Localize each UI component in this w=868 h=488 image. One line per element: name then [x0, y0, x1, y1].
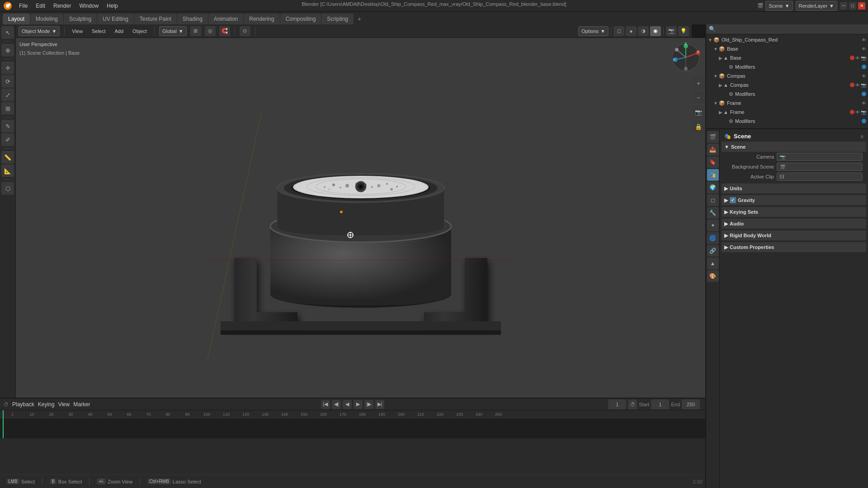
header-select[interactable]: Select [89, 28, 108, 35]
prop-scene-icon[interactable]: 🎭 [707, 169, 719, 181]
eye-icon[interactable]: 👁 [862, 74, 866, 79]
outliner-item-base-mod[interactable]: ▶ ⚙ Modifiers [706, 62, 868, 71]
outliner-item-compas-mod[interactable]: ▶ ⚙ Modifiers [706, 89, 868, 99]
play-btn[interactable]: ▶ [354, 400, 363, 409]
play-reverse-btn[interactable]: ◀ [343, 400, 352, 409]
tab-layout[interactable]: Layout [3, 14, 30, 24]
zoom-in-btn[interactable]: + [692, 77, 705, 89]
step-back-btn[interactable]: ◀| [332, 400, 341, 409]
tab-modeling[interactable]: Modeling [30, 14, 63, 24]
lock-btn[interactable]: 🔒 [692, 120, 705, 133]
prop-physics-icon[interactable]: 🌀 [707, 232, 719, 244]
maximize-button[interactable]: □ [849, 2, 856, 9]
active-clip-value[interactable]: 🎞 [777, 173, 863, 181]
camera-view-btn[interactable]: 📷 [666, 26, 677, 36]
prop-view-layer-icon[interactable]: 🔖 [707, 156, 719, 168]
header-view[interactable]: View [69, 28, 85, 35]
toolbar-scale[interactable]: ⤢ [1, 89, 14, 101]
view-menu[interactable]: View [58, 401, 70, 408]
prop-object-icon[interactable]: ◻ [707, 194, 719, 206]
matcap-btn[interactable]: ◑ [638, 26, 649, 36]
menu-window[interactable]: Window [75, 2, 102, 10]
camera-icon-btn[interactable]: 📷 [692, 106, 705, 118]
pivot-btn[interactable]: ◎ [205, 26, 216, 36]
renderlayer-selector[interactable]: RenderLayer ▼ [796, 1, 837, 11]
tab-animation[interactable]: Animation [208, 14, 243, 24]
tab-rendering[interactable]: Rendering [244, 14, 279, 24]
toolbar-measure[interactable]: 📏 [1, 151, 14, 164]
tab-scripting[interactable]: Scripting [321, 14, 354, 24]
snap-btn[interactable]: 🧲 [219, 26, 230, 36]
status-box-select[interactable]: B Box Select [46, 478, 85, 485]
prop-output-icon[interactable]: 📤 [707, 144, 719, 155]
menu-help[interactable]: Help [103, 2, 122, 10]
custom-props-header[interactable]: ▶ Custom Properties [722, 242, 866, 252]
timeline-main[interactable]: 1 10 20 30 40 50 60 70 80 90 100 110 120… [0, 410, 705, 438]
audio-header[interactable]: ▶ Audio [722, 219, 866, 229]
prop-world-icon[interactable]: 🌍 [707, 182, 719, 193]
menu-render[interactable]: Render [50, 2, 75, 10]
tab-texturepaint[interactable]: Texture Paint [134, 14, 177, 24]
add-workspace-button[interactable]: + [354, 14, 365, 24]
playback-menu[interactable]: Playback [12, 401, 34, 408]
toolbar-add[interactable]: ⬡ [1, 182, 14, 195]
bg-scene-value[interactable]: 🎬 [777, 163, 863, 171]
outliner-item-base-mesh[interactable]: ▶ ▲ Base 👁 📷 [706, 53, 868, 62]
prop-modifiers-icon[interactable]: 🔧 [707, 207, 719, 219]
tab-uvediting[interactable]: UV Editing [97, 14, 134, 24]
toolbar-select[interactable]: ↖ [1, 26, 14, 39]
eye-icon[interactable]: 👁 [855, 83, 860, 88]
prop-material-icon[interactable]: 🎨 [707, 270, 719, 282]
eye-icon[interactable]: 👁 [862, 38, 866, 42]
scene-section-header[interactable]: ▼ Scene [722, 142, 866, 152]
tab-sculpting[interactable]: Sculpting [64, 14, 97, 24]
jump-end-btn[interactable]: ▶| [375, 400, 384, 409]
lights-btn[interactable]: 💡 [678, 26, 689, 36]
eye-icon[interactable]: 👁 [862, 47, 866, 52]
units-header[interactable]: ▶ Units [722, 183, 866, 193]
outliner-item-compas-mesh[interactable]: ▶ ▲ Compas 👁 📷 [706, 80, 868, 89]
outliner-item-frame-mod[interactable]: ▶ ⚙ Modifiers [706, 117, 868, 126]
header-object[interactable]: Object [130, 28, 150, 35]
rbw-header[interactable]: ▶ Rigid Body World [722, 230, 866, 240]
prop-render-icon[interactable]: 🎬 [707, 131, 719, 143]
toolbar-annotate2[interactable]: ✐ [1, 133, 14, 146]
prop-particles-icon[interactable]: ✦ [707, 220, 719, 231]
start-frame-input[interactable]: 1 [651, 399, 669, 409]
transform-selector[interactable]: Global ▼ [159, 26, 187, 36]
outliner-item-frame-mesh[interactable]: ▶ ▲ Frame 👁 📷 [706, 108, 868, 117]
status-zoom[interactable]: +/- Zoom View [93, 478, 136, 485]
prop-constraints-icon[interactable]: 🔗 [707, 245, 719, 257]
jump-start-btn[interactable]: |◀ [321, 400, 330, 409]
viewport-3d[interactable]: 260 250 240 230 220 210 200 190 [16, 38, 705, 398]
toolbar-cursor[interactable]: ⊕ [1, 44, 14, 56]
minimize-button[interactable]: ─ [840, 2, 847, 9]
solid-btn[interactable]: ● [626, 26, 637, 36]
mode-selector[interactable]: Object Mode ▼ [19, 26, 60, 36]
menu-edit[interactable]: Edit [32, 2, 49, 10]
eye-icon[interactable]: 👁 [855, 110, 860, 115]
gravity-header[interactable]: ▶ Gravity [722, 195, 866, 205]
status-select[interactable]: LMB Select [3, 478, 38, 485]
toolbar-measure2[interactable]: 📐 [1, 164, 14, 177]
scene-selector[interactable]: Scene ▼ [765, 1, 793, 11]
tab-compositing[interactable]: Compositing [280, 14, 321, 24]
wireframe-btn[interactable]: ◻ [613, 26, 624, 36]
toolbar-annotate[interactable]: ✎ [1, 120, 14, 132]
eye-icon[interactable]: 👁 [862, 101, 866, 106]
outliner-item-base-col[interactable]: ▼ 📦 Base 👁 [706, 44, 868, 53]
proportional-btn[interactable]: ⊙ [240, 26, 250, 36]
status-lasso[interactable]: Ctrl+RMB Lasso Select [144, 478, 205, 485]
eye-icon[interactable]: 👁 [855, 56, 860, 61]
keying-menu[interactable]: Keying [38, 401, 55, 408]
toolbar-move[interactable]: ✛ [1, 61, 14, 74]
camera-value[interactable]: 📷 [777, 153, 863, 161]
toolbar-transform[interactable]: ⊞ [1, 102, 14, 115]
outliner-search-input[interactable] [717, 26, 865, 32]
zoom-out-btn[interactable]: − [692, 91, 705, 104]
menu-file[interactable]: File [15, 2, 31, 10]
outliner-item-frame-col[interactable]: ▼ 📦 Frame 👁 [706, 99, 868, 108]
close-button[interactable]: ✕ [858, 2, 865, 9]
header-add[interactable]: Add [112, 28, 127, 35]
prop-data-icon[interactable]: ▲ [707, 258, 719, 269]
